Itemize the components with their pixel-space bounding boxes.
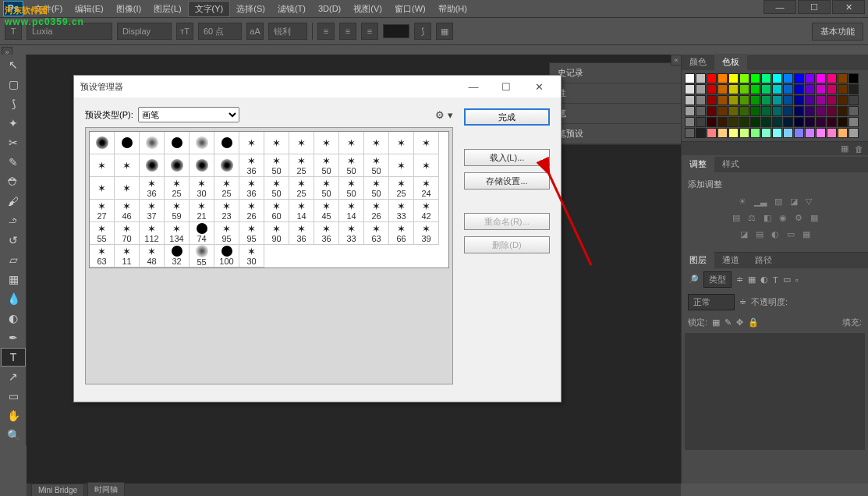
swatch-color[interactable]	[750, 106, 760, 116]
swatch-color[interactable]	[838, 106, 848, 116]
swatch-color[interactable]	[685, 128, 695, 138]
brush-preset-cell[interactable]: 74	[190, 222, 214, 245]
panel-collapse-handle[interactable]: «	[671, 55, 682, 66]
swatch-color[interactable]	[717, 73, 728, 83]
swatch-color[interactable]	[739, 117, 749, 127]
brush-preset-cell[interactable]: ✶	[90, 154, 115, 177]
menu-3d[interactable]: 3D(D)	[312, 2, 347, 15]
tool-blur[interactable]: 💧	[1, 289, 26, 308]
filter-kind-icon[interactable]: 🔎	[688, 275, 699, 285]
brush-preset-cell[interactable]: ✶25	[289, 154, 314, 177]
swatch-color[interactable]	[685, 106, 695, 116]
swatch-color[interactable]	[783, 106, 793, 116]
brush-preset-cell[interactable]	[190, 132, 214, 154]
swatch-color[interactable]	[772, 117, 782, 127]
window-minimize[interactable]: —	[763, 0, 796, 14]
filter-pixel-icon[interactable]: ▦	[748, 275, 756, 285]
swatch-color[interactable]	[739, 128, 749, 138]
swatch-color[interactable]	[717, 84, 728, 94]
lock-position-icon[interactable]: ✥	[736, 317, 743, 328]
tool-path-select[interactable]: ↗	[1, 367, 26, 386]
swatch-color[interactable]	[761, 73, 771, 83]
brush-preset-cell[interactable]: ✶	[115, 177, 140, 200]
brush-preset-cell[interactable]: ✶112	[140, 222, 165, 245]
swatch-color[interactable]	[805, 106, 815, 116]
brush-preset-cell[interactable]: ✶	[264, 132, 289, 154]
brush-preset-cell[interactable]: ✶134	[165, 222, 190, 245]
swatch-color[interactable]	[761, 128, 771, 138]
dialog-maximize[interactable]: ☐	[491, 78, 522, 95]
tool-hand[interactable]: ✋	[1, 406, 26, 425]
brush-preset-cell[interactable]: ✶36	[289, 222, 314, 245]
layers-tab[interactable]: 图层	[682, 252, 714, 268]
menu-help[interactable]: 帮助(H)	[432, 2, 473, 16]
swatch-color[interactable]	[783, 117, 793, 127]
swatch-color[interactable]	[761, 117, 771, 127]
brush-preset-list[interactable]: ✶✶✶✶✶✶✶✶✶✶✶36✶50✶25✶50✶50✶50✶✶✶✶✶36✶25✶3…	[85, 127, 453, 384]
swatch-color[interactable]	[728, 117, 739, 127]
swatch-color[interactable]	[717, 128, 728, 138]
align-left-icon[interactable]: ≡	[317, 23, 335, 40]
brush-preset-cell[interactable]	[115, 132, 140, 154]
menu-window[interactable]: 窗口(W)	[388, 2, 432, 16]
font-size-select[interactable]: 60 点	[198, 23, 242, 40]
swatch-color[interactable]	[772, 95, 782, 105]
tool-wand[interactable]: ✦	[1, 114, 26, 133]
swatch-color[interactable]	[849, 117, 859, 127]
swatch-color[interactable]	[728, 106, 739, 116]
swatch-color[interactable]	[783, 73, 793, 83]
timeline-tab[interactable]: 时间轴	[87, 482, 125, 496]
curves-icon[interactable]: ▨	[774, 197, 782, 207]
filter-type-icon[interactable]: T	[773, 275, 778, 285]
brush-preset-cell[interactable]: ✶50	[314, 177, 339, 200]
workspace-switch-button[interactable]: 基本功能	[812, 23, 863, 41]
swatch-color[interactable]	[707, 128, 717, 138]
tool-eraser[interactable]: ▱	[1, 250, 26, 269]
swatch-color[interactable]	[772, 84, 782, 94]
swatch-color[interactable]	[827, 128, 837, 138]
brush-preset-cell[interactable]	[140, 154, 165, 177]
styles-tab[interactable]: 样式	[714, 156, 747, 172]
menu-file[interactable]: 文件(F)	[28, 2, 69, 16]
brush-preset-cell[interactable]: ✶11	[115, 245, 140, 267]
filter-shape-icon[interactable]: ▭	[783, 275, 791, 285]
brush-preset-cell[interactable]: 55	[190, 245, 214, 267]
mixer-icon[interactable]: ⚙	[795, 213, 802, 223]
swatch-color[interactable]	[750, 117, 760, 127]
exposure-icon[interactable]: ◪	[790, 197, 798, 207]
brush-preset-cell[interactable]	[165, 154, 190, 177]
swatch-color[interactable]	[717, 117, 728, 127]
brush-preset-cell[interactable]: ✶21	[190, 200, 214, 222]
menu-layer[interactable]: 图层(L)	[147, 2, 187, 16]
swatch-color[interactable]	[849, 84, 859, 94]
swatch-color[interactable]	[838, 128, 848, 138]
swatch-color[interactable]	[816, 73, 826, 83]
align-center-icon[interactable]: ≡	[339, 23, 356, 40]
delete-button[interactable]: 删除(D)	[464, 236, 550, 253]
brush-preset-cell[interactable]: ✶25	[389, 177, 414, 200]
brush-tab[interactable]: 笔	[550, 104, 681, 124]
swatch-color[interactable]	[849, 73, 859, 83]
swatch-color[interactable]	[849, 106, 859, 116]
brush-preset-cell[interactable]: ✶95	[214, 222, 239, 245]
menu-image[interactable]: 图像(I)	[110, 2, 147, 16]
swatch-color[interactable]	[750, 128, 760, 138]
aa-select[interactable]: 锐利	[268, 23, 307, 40]
swatch-color[interactable]	[685, 84, 695, 94]
brush-preset-cell[interactable]: ✶60	[264, 200, 289, 222]
swatch-color[interactable]	[707, 73, 717, 83]
brush-preset-cell[interactable]: ✶14	[289, 200, 314, 222]
brush-preset-cell[interactable]: ✶	[414, 132, 439, 154]
menu-edit[interactable]: 编辑(E)	[69, 2, 110, 16]
channels-tab[interactable]: 通道	[714, 252, 747, 268]
properties-tab[interactable]: 性	[550, 83, 681, 104]
brush-preset-cell[interactable]: ✶50	[314, 154, 339, 177]
swatch-color[interactable]	[838, 117, 848, 127]
history-tab[interactable]: 史记录	[550, 63, 681, 83]
swatch-color[interactable]	[805, 73, 815, 83]
swatch-color[interactable]	[805, 84, 815, 94]
brush-preset-cell[interactable]: ✶25	[165, 177, 190, 200]
swatch-color[interactable]	[794, 117, 804, 127]
tool-move[interactable]: ↖	[1, 55, 26, 74]
swatch-color[interactable]	[685, 117, 695, 127]
